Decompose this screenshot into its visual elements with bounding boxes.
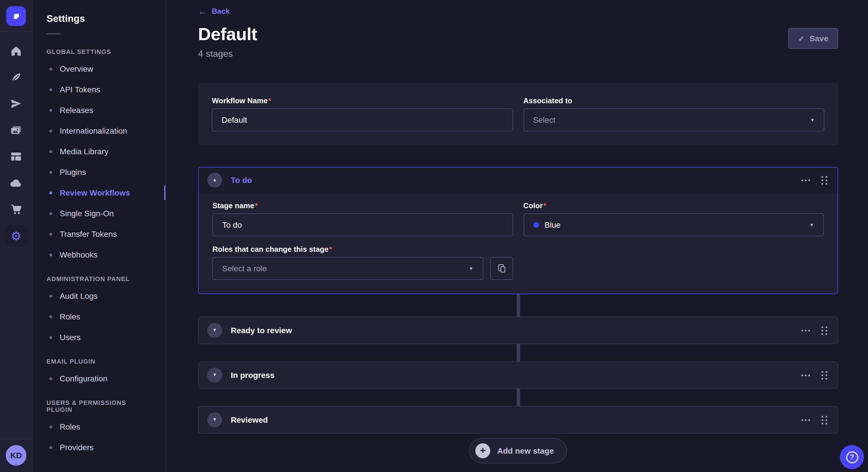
stage-card-header: ▲ To do [198, 167, 838, 193]
cloud-icon[interactable] [10, 177, 22, 189]
stage-color-field: Color* Blue ▼ [523, 201, 824, 236]
sidebar-item-api-tokens[interactable]: API Tokens [33, 79, 165, 100]
cart-icon[interactable] [10, 203, 22, 216]
stage-name-label: Stage name* [212, 201, 513, 210]
stage-name-input[interactable] [212, 213, 513, 236]
sidebar-item-label: Configuration [60, 374, 107, 383]
sidebar-item-users[interactable]: Users [33, 327, 165, 347]
paper-plane-icon[interactable] [10, 98, 22, 110]
sidebar-item-overview[interactable]: Overview [33, 59, 165, 79]
required-asterisk: * [329, 245, 332, 254]
stage-name-label-text: Stage name [212, 201, 254, 210]
plus-icon: + [475, 443, 490, 458]
workflow-name-field: Workflow Name* [212, 96, 513, 131]
chevron-down-icon: ▼ [212, 373, 217, 377]
collapse-stage-button[interactable]: ▲ [207, 173, 222, 188]
bullet-icon [50, 233, 52, 235]
sidebar-item-label: Internationalization [60, 126, 127, 135]
stage-row-title: In progress [231, 370, 793, 380]
drag-handle-icon[interactable] [822, 415, 827, 424]
sidebar-item-webhooks[interactable]: Webhooks [33, 244, 165, 265]
sidebar-item-audit-logs[interactable]: Audit Logs [33, 285, 165, 306]
stage-card-to-do: ▲ To do Stage name* [198, 167, 838, 294]
sidebar-item-review-workflows[interactable]: Review Workflows [33, 182, 165, 203]
stage-card-body: Stage name* Color* Blue [198, 193, 838, 294]
stage-color-select[interactable]: Blue ▼ [523, 213, 824, 236]
back-link[interactable]: ← Back [198, 7, 229, 15]
sidebar-title-divider [46, 33, 60, 34]
chevron-down-icon: ▼ [810, 117, 815, 123]
bullet-icon [50, 295, 52, 297]
back-label: Back [212, 7, 229, 15]
stage-row-in-progress: ▼ In progress [198, 361, 838, 389]
avatar[interactable]: KD [6, 445, 26, 466]
sidebar-item-releases[interactable]: Releases [33, 100, 165, 121]
chevron-down-icon: ▼ [212, 328, 217, 333]
save-button[interactable]: ✓ Save [788, 28, 838, 49]
stage-name-field: Stage name* [212, 201, 513, 236]
more-options-icon[interactable] [801, 372, 810, 378]
expand-stage-button[interactable]: ▼ [207, 368, 222, 382]
gear-icon[interactable]: ⚙ [5, 225, 27, 247]
duplicate-roles-button[interactable] [490, 257, 513, 280]
layout-icon[interactable] [10, 150, 22, 163]
more-options-icon[interactable] [801, 177, 810, 183]
main-content: ← Back Default 4 stages ✓ Save Workflow … [166, 0, 868, 472]
expand-stage-button[interactable]: ▼ [207, 412, 222, 427]
sidebar-item-configuration[interactable]: Configuration [33, 368, 165, 389]
sidebar-item-plugins[interactable]: Plugins [33, 162, 165, 182]
drag-handle-icon[interactable] [822, 176, 827, 184]
save-label: Save [810, 34, 828, 43]
back-arrow-icon: ← [198, 7, 207, 15]
sidebar-item-transfer-tokens[interactable]: Transfer Tokens [33, 224, 165, 244]
check-icon: ✓ [798, 34, 805, 43]
question-mark-icon: ? [846, 451, 858, 463]
stage-roles-field: Roles that can change this stage* Select… [212, 245, 513, 280]
sidebar-item-label: Plugins [60, 167, 86, 177]
workflow-form-panel: Workflow Name* Associated to Select ▼ [198, 82, 838, 145]
more-options-icon[interactable] [801, 417, 810, 423]
home-icon[interactable] [10, 45, 22, 57]
expand-stage-button[interactable]: ▼ [207, 323, 222, 338]
associated-to-select[interactable]: Select ▼ [523, 108, 825, 131]
sidebar-item-single-sign-on[interactable]: Single Sign-On [33, 203, 165, 224]
workflow-name-label-text: Workflow Name [212, 96, 268, 105]
stage-roles-label-text: Roles that can change this stage [212, 245, 329, 254]
bullet-icon [50, 212, 52, 215]
bullet-icon [50, 253, 52, 256]
sidebar-item-up-roles[interactable]: Roles [33, 416, 165, 437]
add-new-stage-button[interactable]: + Add new stage [469, 438, 567, 463]
help-button[interactable]: ? [840, 445, 864, 469]
sidebar-item-label: Providers [60, 443, 94, 452]
sidebar-item-media-library[interactable]: Media Library [33, 141, 165, 162]
sidebar-item-label: Releases [60, 105, 93, 115]
sidebar-title: Settings [33, 0, 165, 25]
more-options-icon[interactable] [801, 327, 810, 334]
stage-color-label: Color* [523, 201, 824, 210]
sidebar-item-label: Single Sign-On [60, 209, 114, 218]
strapi-logo[interactable] [6, 6, 26, 26]
sidebar-item-label: Users [60, 333, 81, 342]
page-title-block: Default 4 stages [198, 24, 257, 59]
sidebar-item-label: Media Library [60, 147, 108, 156]
stage-row-actions [801, 415, 829, 424]
stage-row-title: Ready to review [231, 326, 793, 335]
stage-row-ready-to-review: ▼ Ready to review [198, 316, 838, 344]
stage-color-value: Blue [545, 220, 561, 229]
sidebar-item-label: Roles [60, 422, 81, 431]
workflow-name-input[interactable] [212, 108, 513, 131]
bullet-icon [50, 171, 52, 173]
sidebar-item-admin-roles[interactable]: Roles [33, 306, 165, 327]
bullet-icon [50, 67, 52, 70]
section-label-global-settings: GLOBAL SETTINGS [33, 38, 165, 59]
sidebar-item-internationalization[interactable]: Internationalization [33, 121, 165, 141]
stage-roles-select[interactable]: Select a role ▼ [212, 257, 483, 280]
feather-icon[interactable] [10, 71, 22, 84]
sidebar-item-providers[interactable]: Providers [33, 437, 165, 458]
media-library-icon[interactable] [10, 124, 22, 136]
drag-handle-icon[interactable] [822, 326, 827, 335]
copy-icon [497, 264, 506, 273]
associated-to-placeholder: Select [533, 115, 555, 125]
drag-handle-icon[interactable] [822, 371, 827, 379]
strapi-logo-glyph [10, 9, 22, 22]
